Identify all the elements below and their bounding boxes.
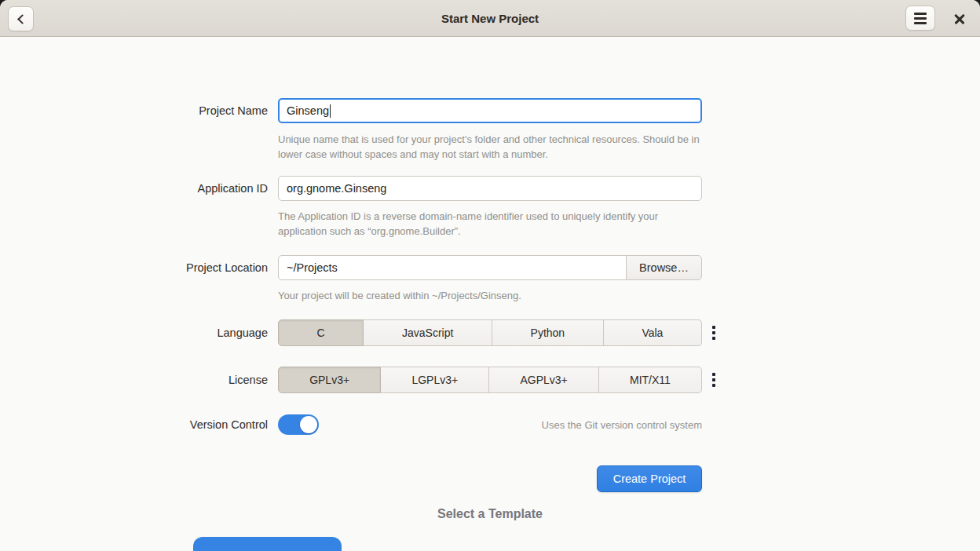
license-label: License (142, 374, 268, 386)
segment-lgplv3-[interactable]: LGPLv3+ (381, 367, 489, 393)
select-template-heading: Select a Template (0, 507, 980, 521)
location-row: Project Location ~/Projects Browse… (142, 255, 744, 280)
language-more-button[interactable] (712, 326, 723, 340)
text-caret (330, 104, 331, 118)
project-name-input[interactable]: Ginseng (278, 98, 702, 123)
version-control-hint: Uses the Git version control system (542, 419, 702, 431)
selected-template-card[interactable] (193, 537, 342, 551)
create-project-button[interactable]: Create Project (597, 465, 702, 492)
menu-button[interactable] (905, 5, 935, 31)
language-segments: CJavaScriptPythonVala (278, 319, 702, 346)
chevron-left-icon (17, 14, 27, 24)
browse-button[interactable]: Browse… (626, 255, 702, 280)
location-help: Your project will be created within ~/Pr… (278, 289, 702, 304)
project-name-label: Project Name (142, 104, 268, 117)
project-name-value: Ginseng (287, 104, 329, 117)
segment-mit-x11[interactable]: MIT/X11 (599, 367, 702, 393)
hamburger-menu-icon (914, 13, 927, 24)
segment-gplv3-[interactable]: GPLv3+ (278, 367, 381, 393)
app-id-help: The Application ID is a reverse domain-n… (278, 210, 702, 239)
license-row: License GPLv3+LGPLv3+AGPLv3+MIT/X11 (142, 367, 744, 393)
close-icon (954, 13, 965, 24)
project-name-help: Unique name that is used for your projec… (278, 133, 702, 162)
license-segments: GPLv3+LGPLv3+AGPLv3+MIT/X11 (278, 367, 702, 393)
location-input[interactable]: ~/Projects (278, 255, 627, 280)
window-title: Start New Project (0, 12, 980, 25)
app-id-label: Application ID (142, 182, 268, 195)
language-label: Language (142, 327, 268, 339)
version-control-label: Version Control (142, 418, 268, 431)
toggle-knob (300, 416, 317, 433)
segment-javascript[interactable]: JavaScript (364, 319, 492, 346)
language-row: Language CJavaScriptPythonVala (142, 319, 744, 346)
titlebar: Start New Project (0, 0, 980, 37)
app-id-row: Application ID org.gnome.Ginseng (142, 176, 744, 201)
location-label: Project Location (142, 261, 268, 274)
segment-c[interactable]: C (278, 319, 364, 346)
version-control-row: Version Control Uses the Git version con… (142, 414, 744, 435)
app-id-input[interactable]: org.gnome.Ginseng (278, 176, 702, 201)
segment-agplv3-[interactable]: AGPLv3+ (489, 367, 599, 393)
close-button[interactable] (947, 6, 972, 31)
segment-vala[interactable]: Vala (604, 319, 702, 346)
back-button[interactable] (8, 6, 34, 31)
location-value: ~/Projects (287, 261, 338, 274)
segment-python[interactable]: Python (492, 319, 604, 346)
version-control-toggle[interactable] (278, 414, 319, 435)
project-name-row: Project Name Ginseng (142, 98, 744, 123)
app-id-value: org.gnome.Ginseng (287, 182, 386, 195)
start-new-project-window: Start New Project Project Name Ginseng U… (0, 0, 980, 551)
license-more-button[interactable] (712, 373, 723, 387)
